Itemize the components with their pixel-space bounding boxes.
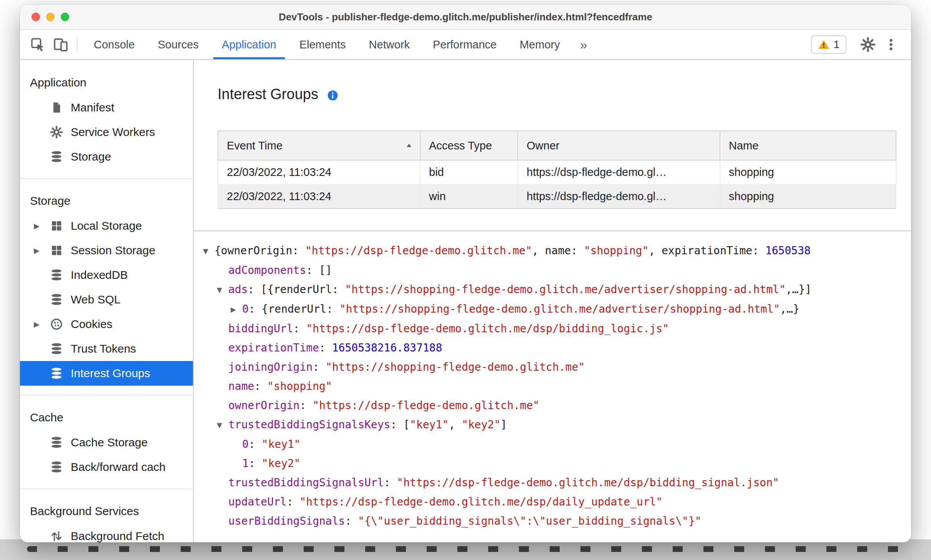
tree-line[interactable]: name: "shopping" bbox=[203, 377, 911, 396]
punctuation: : bbox=[306, 264, 319, 277]
tree-line[interactable]: joiningOrigin: "https://shopping-fledge-… bbox=[203, 358, 911, 377]
tree-line[interactable]: updateUrl: "https://dsp-fledge-demo.glit… bbox=[203, 492, 911, 512]
sidebar-item-web-sql[interactable]: Web SQL bbox=[20, 287, 193, 312]
info-button[interactable] bbox=[327, 89, 339, 101]
event-cell: shopping bbox=[720, 160, 896, 184]
tree-line[interactable]: 0: "key1" bbox=[203, 435, 911, 454]
collapse-arrow-icon[interactable]: ▼ bbox=[217, 416, 228, 435]
tree-line[interactable]: ▼ads: [{renderUrl: "https://shopping-fle… bbox=[203, 280, 911, 300]
tree-line[interactable]: trustedBiddingSignalsUrl: "https://dsp-f… bbox=[203, 473, 911, 492]
inspect-icon bbox=[30, 37, 45, 52]
tree-line[interactable]: ▼{ownerOrigin: "https://dsp-fledge-demo.… bbox=[203, 241, 911, 261]
tab-sources[interactable]: Sources bbox=[146, 30, 210, 59]
sidebar-item-indexeddb[interactable]: IndexedDB bbox=[20, 263, 193, 287]
punctuation: : bbox=[254, 380, 267, 393]
property-name: trustedBiddingSignalsKeys bbox=[228, 418, 390, 431]
string-value: "key2" bbox=[462, 418, 500, 431]
document-icon bbox=[49, 100, 64, 115]
sidebar-item-cookies[interactable]: ▶Cookies bbox=[20, 312, 193, 336]
sidebar-item-label: IndexedDB bbox=[71, 268, 128, 282]
property-name: trustedBiddingSignalsUrl bbox=[228, 476, 384, 489]
devtools-body: ApplicationManifestService WorkersStorag… bbox=[20, 60, 911, 542]
expand-arrow-icon[interactable]: ▶ bbox=[231, 300, 242, 319]
column-header-access-type[interactable]: Access Type bbox=[420, 131, 518, 160]
sidebar-section-background-services: Background Services bbox=[20, 493, 193, 524]
inspect-element-button[interactable] bbox=[26, 30, 49, 59]
disclosure-triangle-icon[interactable]: ▶ bbox=[34, 222, 49, 230]
punctuation: [{renderUrl: bbox=[261, 283, 345, 296]
disclosure-triangle-icon[interactable]: ▶ bbox=[34, 320, 49, 329]
sidebar-item-trust-tokens[interactable]: Trust Tokens bbox=[20, 336, 193, 361]
punctuation: : bbox=[248, 283, 261, 296]
interest-group-event-row[interactable]: 22/03/2022, 11:03:24winhttps://dsp-fledg… bbox=[218, 184, 896, 209]
string-value: "https://shopping-fledge-demo.glitch.me/… bbox=[345, 283, 785, 296]
tree-line[interactable]: adComponents: [] bbox=[203, 261, 911, 280]
punctuation: [] bbox=[319, 264, 332, 277]
collapse-arrow-icon[interactable]: ▼ bbox=[217, 280, 228, 300]
tab-performance[interactable]: Performance bbox=[421, 30, 508, 59]
property-name: joiningOrigin bbox=[228, 361, 313, 373]
sidebar-section-cache: Cache bbox=[20, 399, 193, 430]
column-header-name[interactable]: Name bbox=[720, 131, 896, 160]
collapse-arrow-icon[interactable]: ▼ bbox=[203, 242, 214, 261]
sidebar-item-interest-groups[interactable]: Interest Groups bbox=[20, 361, 193, 386]
string-value: "shopping" bbox=[267, 380, 332, 393]
disclosure-triangle-icon[interactable]: ▶ bbox=[34, 246, 49, 255]
sidebar-item-label: Session Storage bbox=[71, 244, 155, 257]
menu-button[interactable] bbox=[879, 37, 903, 52]
sidebar-item-storage[interactable]: Storage bbox=[20, 144, 193, 169]
close-button[interactable] bbox=[32, 13, 40, 21]
tree-line[interactable]: expirationTime: 1650538216.837188 bbox=[203, 338, 911, 358]
property-name: 0 bbox=[242, 438, 249, 451]
event-cell: 22/03/2022, 11:03:24 bbox=[218, 160, 420, 184]
tab-elements[interactable]: Elements bbox=[288, 30, 357, 59]
panel-tabs: ConsoleSourcesApplicationElementsNetwork… bbox=[82, 30, 572, 59]
event-cell: 22/03/2022, 11:03:24 bbox=[218, 184, 420, 209]
tree-line[interactable]: ▶0: {renderUrl: "https://shopping-fledge… bbox=[203, 300, 911, 319]
device-toolbar-button[interactable] bbox=[49, 30, 72, 59]
interest-group-event-row[interactable]: 22/03/2022, 11:03:24bidhttps://dsp-fledg… bbox=[218, 160, 896, 184]
column-label: Owner bbox=[527, 139, 559, 152]
property-name: 0 bbox=[242, 303, 249, 315]
more-tabs-button[interactable]: » bbox=[572, 30, 596, 59]
tree-line[interactable]: ▼trustedBiddingSignalsKeys: ["key1", "ke… bbox=[203, 415, 911, 435]
sidebar-item-local-storage[interactable]: ▶Local Storage bbox=[20, 214, 193, 238]
sidebar-item-background-fetch[interactable]: Background Fetch bbox=[20, 524, 193, 542]
sidebar-item-session-storage[interactable]: ▶Session Storage bbox=[20, 238, 193, 263]
tab-console[interactable]: Console bbox=[82, 30, 146, 59]
tree-line[interactable]: biddingUrl: "https://dsp-fledge-demo.gli… bbox=[203, 319, 911, 338]
database-icon bbox=[49, 292, 64, 307]
column-label: Access Type bbox=[429, 139, 492, 152]
database-icon bbox=[49, 341, 64, 356]
punctuation: , name: bbox=[532, 244, 584, 257]
issues-badge[interactable]: 1 bbox=[811, 35, 846, 54]
punctuation: : bbox=[390, 418, 403, 431]
gear-icon bbox=[860, 37, 876, 52]
issues-count: 1 bbox=[833, 38, 840, 51]
tab-memory[interactable]: Memory bbox=[508, 30, 572, 59]
settings-button[interactable] bbox=[856, 37, 879, 52]
punctuation: : bbox=[287, 495, 300, 508]
tree-line[interactable]: userBiddingSignals: "{\"user_bidding_sig… bbox=[203, 512, 911, 531]
tab-network[interactable]: Network bbox=[357, 30, 421, 59]
sidebar-section-storage: Storage bbox=[20, 183, 193, 214]
panel-title: Interest Groups bbox=[218, 83, 318, 105]
zoom-button[interactable] bbox=[61, 13, 69, 21]
tree-line[interactable]: ownerOrigin: "https://dsp-fledge-demo.gl… bbox=[203, 396, 911, 415]
interest-group-json-tree: ▼{ownerOrigin: "https://dsp-fledge-demo.… bbox=[203, 241, 911, 531]
sidebar-item-manifest[interactable]: Manifest bbox=[20, 95, 193, 120]
punctuation: , bbox=[449, 418, 462, 431]
column-header-owner[interactable]: Owner bbox=[518, 131, 720, 160]
string-value: "https://shopping-fledge-demo.glitch.me/… bbox=[339, 303, 780, 315]
column-header-event-time[interactable]: Event Time bbox=[218, 131, 420, 160]
sidebar-item-cache-storage[interactable]: Cache Storage bbox=[20, 430, 193, 455]
sidebar-item-back-forward-cach[interactable]: Back/forward cach bbox=[20, 455, 193, 479]
punctuation: : bbox=[249, 303, 262, 315]
event-cell: win bbox=[420, 184, 518, 209]
minimize-button[interactable] bbox=[46, 13, 55, 21]
tree-line[interactable]: 1: "key2" bbox=[203, 454, 911, 473]
sidebar-item-label: Storage bbox=[71, 150, 111, 163]
event-cell: bid bbox=[420, 160, 518, 184]
sidebar-item-service-workers[interactable]: Service Workers bbox=[20, 120, 193, 144]
tab-application[interactable]: Application bbox=[210, 30, 288, 59]
